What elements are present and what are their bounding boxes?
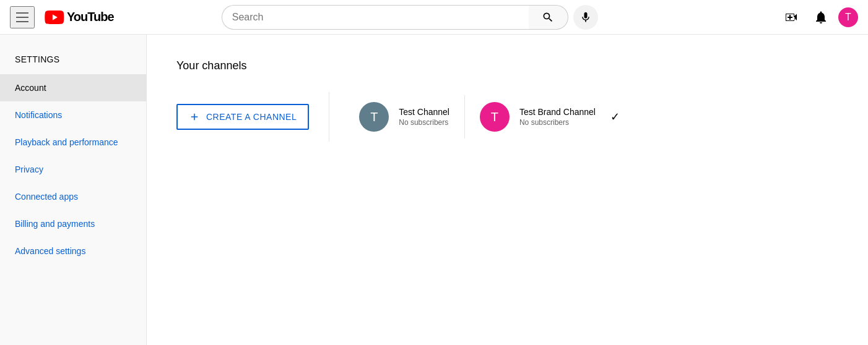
channel-avatar-test: T: [359, 102, 389, 132]
header: YouTube T: [0, 0, 868, 35]
channel-subs-brand: No subscribers: [519, 118, 596, 127]
sidebar-item-account[interactable]: Account: [0, 74, 146, 101]
sidebar-item-connected[interactable]: Connected apps: [0, 183, 146, 210]
create-channel-button[interactable]: CREATE A CHANNEL: [176, 104, 309, 130]
sidebar-title: SETTINGS: [0, 49, 146, 74]
mic-button[interactable]: [573, 5, 598, 30]
sidebar-item-notifications[interactable]: Notifications: [0, 101, 146, 129]
channel-avatar-brand: T: [480, 102, 510, 132]
channel-name-test: Test Channel: [399, 107, 449, 117]
youtube-logo-icon: [45, 11, 64, 24]
sidebar-item-privacy[interactable]: Privacy: [0, 156, 146, 183]
channels-row: CREATE A CHANNEL T Test Channel No subsc…: [176, 92, 838, 142]
channel-info-test: Test Channel No subscribers: [399, 107, 449, 127]
mic-icon: [579, 11, 592, 23]
channel-info-brand: Test Brand Channel No subscribers: [519, 107, 596, 127]
header-right: T: [779, 5, 858, 30]
channels-divider-left: [329, 92, 329, 142]
sidebar-item-playback[interactable]: Playback and performance: [0, 129, 146, 156]
search-form: [222, 5, 568, 30]
channel-card-brand[interactable]: T Test Brand Channel No subscribers ✓: [470, 95, 630, 139]
channel-name-brand: Test Brand Channel: [519, 107, 596, 117]
sidebar-item-advanced[interactable]: Advanced settings: [0, 237, 146, 265]
create-button[interactable]: [779, 5, 804, 30]
youtube-logo-text: YouTube: [67, 10, 114, 24]
search-input[interactable]: [222, 5, 529, 30]
sidebar-item-billing[interactable]: Billing and payments: [0, 210, 146, 237]
selected-check-icon: ✓: [610, 110, 620, 124]
header-center: [187, 5, 633, 30]
plus-icon: [189, 111, 200, 122]
youtube-logo[interactable]: YouTube: [45, 10, 114, 24]
channel-subs-test: No subscribers: [399, 118, 449, 127]
channel-card-test[interactable]: T Test Channel No subscribers: [349, 95, 459, 139]
channels-divider-middle: [464, 95, 465, 138]
menu-button[interactable]: [10, 6, 35, 28]
search-icon: [542, 11, 554, 23]
notifications-button[interactable]: [809, 5, 833, 30]
search-button[interactable]: [529, 5, 568, 30]
user-avatar[interactable]: T: [838, 7, 858, 27]
sidebar: SETTINGS Account Notifications Playback …: [0, 35, 147, 345]
create-icon: [784, 10, 799, 25]
layout: SETTINGS Account Notifications Playback …: [0, 35, 868, 345]
bell-icon: [814, 10, 828, 25]
header-left: YouTube: [10, 6, 114, 28]
page-title: Your channels: [176, 59, 838, 72]
main-content: Your channels CREATE A CHANNEL T Test Ch…: [147, 35, 868, 345]
